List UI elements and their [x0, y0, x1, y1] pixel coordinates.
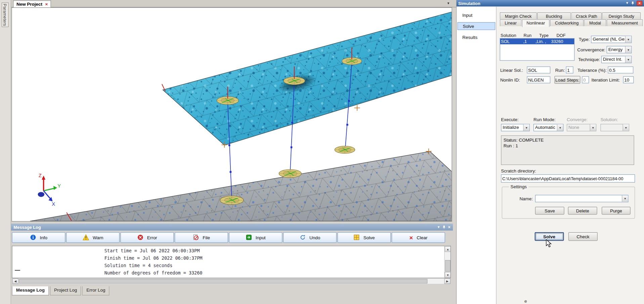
solution-combo: ▼ [600, 124, 629, 131]
tab-new-project[interactable]: New Project × [13, 0, 51, 7]
log-clear-button[interactable]: × Clear [392, 232, 445, 243]
input-value: NLGEN [528, 77, 544, 82]
button-label: Load Steps: [555, 77, 579, 82]
log-filter-warn-button[interactable]: Warn [66, 232, 120, 243]
log-input-button[interactable]: Input [229, 232, 282, 243]
tab-buckling[interactable]: Buckling [537, 12, 571, 19]
scrollbar-thumb[interactable] [445, 260, 450, 271]
tab-label: Crack Path [576, 13, 597, 18]
3d-viewport[interactable]: Z Y X [11, 7, 452, 221]
tab-measurement[interactable]: Measurement [607, 19, 643, 26]
collapse-icon[interactable]: ▼ [626, 1, 629, 5]
tab-nonlinear[interactable]: Nonlinear [522, 19, 550, 27]
top-plate [163, 12, 452, 145]
tab-project-log[interactable]: Project Log [50, 286, 81, 295]
execute-combo[interactable]: Initialize ▼ [501, 124, 530, 131]
scroll-left-icon: ◀ [14, 280, 17, 283]
triad-y-label: Y [57, 183, 61, 189]
run-mode-combo[interactable]: Automatic ▼ [533, 124, 563, 131]
scroll-up-icon: ▲ [446, 248, 449, 251]
status-line: Status: COMPLETE [504, 137, 632, 143]
close-icon[interactable]: × [448, 225, 450, 229]
type-combo[interactable]: General (NL Gen ▼ [591, 36, 632, 43]
tab-label: Error Log [86, 288, 105, 293]
collapse-icon[interactable]: ▼ [437, 225, 440, 229]
tab-label: Buckling [546, 13, 562, 18]
scrollbar-thumb[interactable] [19, 279, 427, 283]
simulation-titlebar[interactable]: Simulation ▼ × [457, 0, 644, 7]
file-icon [193, 234, 199, 241]
tab-overflow-icon[interactable]: ▼ [447, 2, 450, 5]
settings-name-combo[interactable]: ▼ [535, 195, 629, 202]
tab-label: Measurement [611, 20, 638, 26]
message-log-titlebar[interactable]: Message Log ▼ × [11, 223, 453, 231]
log-filter-info-button[interactable]: Info [12, 232, 65, 243]
message-log-toolbar: Info Warn Error File Input Undo [12, 232, 445, 243]
tab-crack-path[interactable]: Crack Path [571, 12, 602, 19]
scroll-right-button[interactable]: ▶ [444, 278, 450, 284]
dropdown-arrow-icon[interactable]: ▼ [523, 124, 529, 131]
dropdown-arrow-icon[interactable]: ▼ [625, 36, 631, 43]
scratch-directory-input[interactable]: C:\Users\blancaster\AppData\Local\Temp\d… [501, 174, 635, 183]
log-button-label: Input [256, 235, 266, 240]
tab-label: Modal [589, 20, 601, 26]
pin-icon[interactable] [631, 1, 635, 5]
error-icon [137, 234, 143, 241]
load-steps-input[interactable]: 0 [582, 76, 589, 83]
delete-button[interactable]: Delete [568, 207, 597, 214]
nav-label: Solve [463, 24, 474, 29]
save-button[interactable]: Save [535, 207, 564, 214]
log-filter-error-button[interactable]: Error [120, 232, 174, 243]
button-label: Purge [610, 208, 622, 213]
tab-label: Project Log [54, 288, 77, 293]
dropdown-arrow-icon[interactable]: ▼ [625, 56, 631, 63]
log-file-button[interactable]: File [175, 232, 228, 243]
col-header-run: Run [524, 33, 532, 38]
run-input[interactable]: 1 [566, 66, 573, 73]
close-icon[interactable]: × [637, 1, 642, 6]
solve-grid-icon [353, 234, 359, 241]
tab-coldworking[interactable]: Coldworking [550, 19, 584, 26]
tab-linear[interactable]: Linear [500, 19, 522, 26]
check-button[interactable]: Check [568, 232, 598, 241]
tab-margin-check[interactable]: Margin Check [500, 12, 537, 19]
tab-modal[interactable]: Modal [584, 19, 606, 26]
nav-item-results[interactable]: Results [458, 34, 496, 41]
purge-button[interactable]: Purge [602, 207, 631, 214]
linear-sol-input[interactable]: SOL [527, 66, 550, 73]
stray-letter: e [524, 299, 527, 304]
log-line: Start time = Jul 06 2022 06:00:33PM [12, 247, 450, 255]
solution-label: Solution: [600, 117, 618, 122]
pin-icon[interactable] [442, 225, 446, 229]
log-line: Solution time = 4 seconds [12, 262, 450, 269]
convergence-combo[interactable]: Energy ▼ [607, 46, 632, 53]
bottom-plate [30, 151, 452, 221]
scroll-up-button[interactable]: ▲ [445, 246, 451, 252]
tolerance-input[interactable]: 0.5 [608, 66, 633, 73]
log-vertical-scrollbar[interactable]: ▲ ▼ [444, 246, 450, 278]
tab-message-log[interactable]: Message Log [12, 286, 49, 295]
parameters-tab[interactable]: Parameters [2, 2, 9, 27]
log-solve-button[interactable]: Solve [337, 232, 391, 243]
message-log-panel: Message Log ▼ × Info Warn Error [11, 223, 453, 304]
nonlin-id-input[interactable]: NLGEN [527, 76, 550, 83]
close-tab-icon[interactable]: × [45, 2, 48, 6]
project-tab-label: New Project [16, 2, 42, 7]
scroll-down-button[interactable]: ▼ [445, 272, 451, 278]
dropdown-arrow-icon[interactable]: ▼ [625, 46, 631, 53]
dropdown-arrow-icon[interactable]: ▼ [557, 124, 563, 131]
tab-error-log[interactable]: Error Log [82, 286, 110, 295]
log-undo-button[interactable]: Undo [283, 232, 337, 243]
nav-item-solve[interactable]: Solve [458, 22, 496, 30]
button-label: Check [576, 234, 589, 239]
dropdown-arrow-icon[interactable]: ▼ [622, 195, 628, 202]
scroll-left-button[interactable]: ◀ [12, 278, 18, 284]
message-log-output[interactable]: Start time = Jul 06 2022 06:00:33PM Fini… [12, 246, 451, 278]
technique-combo[interactable]: Direct Int. ▼ [601, 56, 632, 63]
technique-label: Technique: [539, 57, 600, 62]
nav-item-input[interactable]: Input [458, 11, 496, 19]
load-steps-button[interactable]: Load Steps: [554, 76, 580, 84]
tab-design-study[interactable]: Design Study [602, 12, 641, 19]
iteration-limit-input[interactable]: 10 [623, 76, 634, 83]
log-horizontal-scrollbar[interactable]: ◀ ▶ [12, 278, 451, 284]
